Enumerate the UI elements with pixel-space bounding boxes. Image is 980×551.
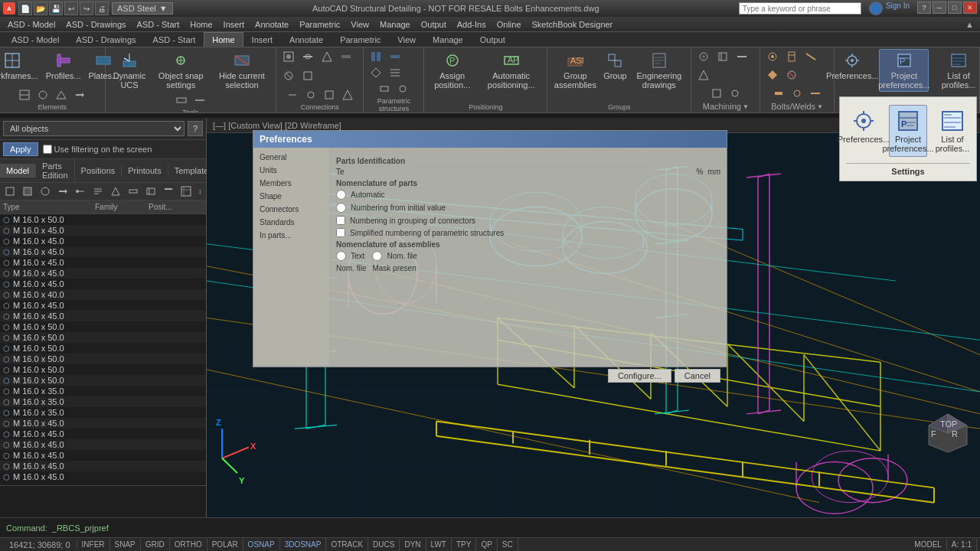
status-snap[interactable]: SNAP <box>110 538 141 551</box>
list-item[interactable]: ⬡M 16.0 x 50.0 <box>0 321 206 332</box>
list-item[interactable]: ⬡M 16.0 x 45.0 <box>0 418 206 429</box>
new-btn[interactable]: 📄 <box>18 2 32 15</box>
status-polar[interactable]: POLAR <box>207 538 243 551</box>
tab-insert[interactable]: Insert <box>243 32 282 47</box>
pref-item-general[interactable]: General <box>253 151 329 164</box>
bolts-sm2[interactable] <box>789 86 805 100</box>
mach-btn2[interactable] <box>714 49 732 64</box>
conn-btn3[interactable] <box>318 49 336 64</box>
list-item[interactable]: ⬡M 16.0 x 45.0 <box>0 429 206 439</box>
elements-sm4[interactable] <box>71 88 88 102</box>
list-item[interactable]: ⬡M 16.0 x 45.0 <box>0 311 206 321</box>
tab-manage[interactable]: Manage <box>424 32 472 47</box>
tab-annotate[interactable]: Annotate <box>281 32 332 47</box>
open-btn[interactable]: 📂 <box>34 2 47 15</box>
list-tb12[interactable]: ↕ <box>195 184 205 198</box>
minimize-btn[interactable]: ─ <box>933 2 946 14</box>
menu-asd-model[interactable]: ASD - Model <box>3 18 60 31</box>
list-tb11[interactable] <box>178 184 194 198</box>
search-input[interactable] <box>739 2 861 15</box>
pref-item-standards[interactable]: Standards <box>253 216 329 229</box>
menu-manage[interactable]: Manage <box>375 18 415 31</box>
conn-sm3[interactable] <box>321 88 338 102</box>
status-3dosnap[interactable]: 3DOSNAP <box>280 538 327 551</box>
mach-sm2[interactable] <box>727 86 743 100</box>
tab-printouts[interactable]: Printouts <box>122 164 168 178</box>
list-tb8[interactable] <box>125 184 142 198</box>
status-tpy[interactable]: TPY <box>452 538 476 551</box>
list-tb4[interactable] <box>54 184 71 198</box>
list-item[interactable]: ⬡M 16.0 x 35.0 <box>0 386 206 396</box>
list-item[interactable]: ⬡M 16.0 x 50.0 <box>0 214 206 225</box>
project-prefs-btn[interactable]: P Project preferences... <box>879 49 929 92</box>
settings-listprofiles-btn[interactable]: List of profiles... <box>933 105 972 157</box>
mach-sm1[interactable] <box>708 86 725 100</box>
bolt-btn2[interactable] <box>782 49 801 64</box>
list-item[interactable]: ⬡M 16.0 x 45.0 <box>0 471 206 482</box>
list-item[interactable]: ⬡M 16.0 x 50.0 <box>0 375 206 386</box>
menu-sketchbook[interactable]: SketchBook Designer <box>528 18 618 31</box>
save-btn[interactable]: 💾 <box>49 2 63 15</box>
status-otrack[interactable]: OTRACK <box>326 538 368 551</box>
conn-sm4[interactable] <box>339 88 356 102</box>
list-item[interactable]: ⬡M 16.0 x 35.0 <box>0 396 206 407</box>
filter-dropdown[interactable]: All objects Selected objects <box>3 121 185 136</box>
apply-btn[interactable]: Apply <box>3 142 38 156</box>
ribbon-toggle[interactable]: ▲ <box>962 20 977 29</box>
param-sm1[interactable] <box>376 82 393 96</box>
group-btn[interactable]: Group <box>601 49 629 83</box>
list-tb9[interactable] <box>142 184 159 198</box>
filter-screen-checkbox[interactable] <box>43 145 52 154</box>
tools-sm2[interactable] <box>191 93 208 107</box>
status-qp[interactable]: QP <box>476 538 497 551</box>
hide-selection-btn[interactable]: Hide current selection <box>211 49 273 92</box>
maximize-btn[interactable]: □ <box>948 2 962 14</box>
list-item[interactable]: ⬡M 16.0 x 45.0 <box>0 279 206 289</box>
list-tb5[interactable] <box>72 184 89 198</box>
list-tb7[interactable] <box>107 184 124 198</box>
group-assemblies-btn[interactable]: ASM Group assemblies <box>550 49 599 92</box>
settings-projprefs-btn[interactable]: P Project preferences... <box>889 105 927 157</box>
status-sc[interactable]: SC <box>498 538 518 551</box>
list-item[interactable]: ⬡M 16.0 x 45.0 <box>0 439 206 450</box>
list-item[interactable]: ⬡M 16.0 x 45.0 <box>0 257 206 268</box>
app-dropdown[interactable]: ASD Steel ▼ <box>112 2 173 15</box>
menu-asd-start[interactable]: ASD - Start <box>132 18 185 31</box>
list-item[interactable]: ⬡M 16.0 x 45.0 <box>0 236 206 246</box>
search-box[interactable] <box>739 2 861 15</box>
bolt-btn1[interactable] <box>763 49 782 64</box>
conn-btn4[interactable] <box>337 49 355 64</box>
list-item[interactable]: ⬡M 16.0 x 35.0 <box>0 407 206 418</box>
list-tb2[interactable] <box>19 184 36 198</box>
tab-asd-model[interactable]: ASD - Model <box>3 32 67 47</box>
menu-asd-drawings[interactable]: ASD - Drawings <box>61 18 130 31</box>
mach-btn4[interactable] <box>694 67 713 83</box>
auto-positioning-btn[interactable]: AP Automatic positioning... <box>479 49 544 92</box>
mach-btn1[interactable] <box>694 49 713 64</box>
bolt-btn5[interactable] <box>782 67 801 83</box>
signin-btn[interactable]: Sign In <box>886 2 910 15</box>
status-ducs[interactable]: DUCS <box>368 538 400 551</box>
pref-item-members[interactable]: Members <box>253 177 329 190</box>
menu-addins[interactable]: Add-Ins <box>452 18 491 31</box>
status-lwt[interactable]: LWT <box>426 538 452 551</box>
elements-sm1[interactable] <box>16 88 33 102</box>
param-btn1[interactable] <box>367 49 385 64</box>
list-tb10[interactable] <box>160 184 177 198</box>
numbering-connectors-cb[interactable] <box>336 216 345 225</box>
bolts-sm1[interactable] <box>770 86 787 100</box>
menu-home[interactable]: Home <box>185 18 217 31</box>
tab-parametric[interactable]: Parametric <box>332 32 389 47</box>
conn-btn5[interactable] <box>279 68 298 83</box>
status-osnap[interactable]: OSNAP <box>243 538 280 551</box>
help-btn[interactable]: ? <box>917 2 931 14</box>
eng-drawings-btn[interactable]: Engineering drawings <box>630 49 688 92</box>
list-item[interactable]: ⬡M 16.0 x 45.0 <box>0 225 206 236</box>
list-item[interactable]: ⬡M 16.0 x 45.0 <box>0 450 206 461</box>
print-btn[interactable]: 🖨 <box>95 2 109 15</box>
conn-btn1[interactable] <box>279 49 298 64</box>
pref-item-shape[interactable]: Shape <box>253 190 329 203</box>
menu-online[interactable]: Online <box>492 18 526 31</box>
pref-item-units[interactable]: Units <box>253 164 329 177</box>
bolt-btn3[interactable] <box>802 49 820 64</box>
